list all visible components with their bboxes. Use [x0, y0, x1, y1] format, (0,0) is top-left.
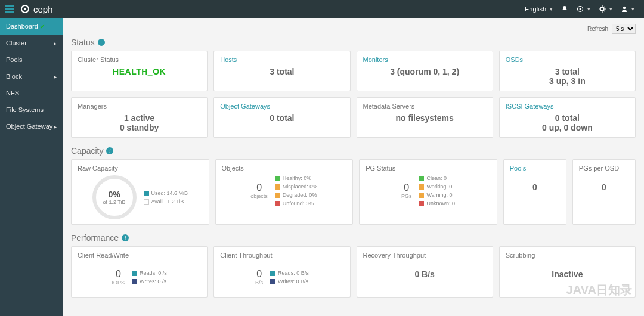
raw-capacity-card: Raw Capacity0%of 1.2 TiBUsed: 14.6 MiBAv… — [71, 159, 209, 225]
sidebar-item-block[interactable]: Block — [0, 68, 63, 85]
status-card-object-gateways: Object Gateways0 total — [213, 97, 350, 138]
user-dropdown[interactable] — [621, 5, 634, 13]
hamburger-menu[interactable] — [5, 5, 14, 13]
sidebar-item-pools[interactable]: Pools — [0, 51, 63, 68]
status-card-osds: OSDs3 total3 up, 3 in — [499, 51, 636, 91]
svg-point-5 — [623, 7, 626, 9]
settings-dropdown[interactable] — [599, 5, 612, 13]
client-rw-card: Client Read/Write0IOPSReads: 0 /sWrites:… — [71, 246, 208, 298]
svg-point-4 — [600, 7, 604, 11]
status-heading: Statusi — [71, 38, 636, 47]
sidebar-item-nfs[interactable]: NFS — [0, 85, 63, 101]
performance-heading: Performancei — [71, 233, 636, 243]
brand-logo: ceph — [20, 4, 53, 14]
status-card-metadata-servers: Metadata Serversno filesystems — [357, 97, 493, 138]
watermark: JAVA日知录 — [566, 282, 632, 298]
sidebar-item-object-gateway[interactable]: Object Gateway — [0, 118, 63, 135]
sidebar: Dashboard ✔ClusterPoolsBlockNFSFile Syst… — [0, 18, 63, 316]
sidebar-item-cluster[interactable]: Cluster — [0, 35, 63, 51]
status-card-iscsi-gateways: ISCSI Gateways0 total0 up, 0 down — [499, 97, 636, 138]
info-icon[interactable]: i — [98, 39, 105, 46]
capacity-heading: Capacityi — [71, 146, 636, 156]
recovery-throughput-card: Recovery Throughput0 B/s — [357, 246, 493, 298]
pg-status-card: PG Status0PGsClean: 0Working: 0Warning: … — [359, 159, 497, 225]
refresh-label: Refresh — [587, 26, 608, 32]
status-card-managers: Managers1 active0 standby — [71, 97, 208, 138]
language-dropdown[interactable]: English — [525, 5, 553, 13]
status-card-hosts: Hosts3 total — [213, 51, 350, 91]
notifications-icon[interactable] — [561, 5, 568, 13]
svg-point-3 — [580, 8, 581, 10]
ceph-icon — [20, 4, 30, 14]
capacity-donut: 0%of 1.2 TiB — [92, 175, 137, 219]
client-throughput-card: Client Throughput0B/sReads: 0 B/sWrites:… — [213, 246, 350, 298]
status-card-cluster-status: Cluster StatusHEALTH_OK — [71, 51, 208, 91]
svg-point-1 — [24, 8, 26, 10]
brand-text: ceph — [33, 4, 53, 14]
pgs-per-osd-card: PGs per OSD0 — [572, 159, 636, 225]
info-icon[interactable]: i — [122, 234, 129, 241]
refresh-select[interactable]: 5 s — [612, 24, 636, 34]
status-card-monitors: Monitors3 (quorum 0, 1, 2) — [357, 51, 493, 91]
info-icon[interactable]: i — [106, 147, 113, 154]
sidebar-item-dashboard[interactable]: Dashboard ✔ — [0, 18, 63, 35]
objects-card: Objects0objectsHealthy: 0%Misplaced: 0%D… — [215, 159, 354, 225]
sidebar-item-file-systems[interactable]: File Systems — [0, 101, 63, 118]
pools-card: Pools0 — [503, 159, 566, 225]
tasks-dropdown[interactable] — [577, 5, 590, 13]
